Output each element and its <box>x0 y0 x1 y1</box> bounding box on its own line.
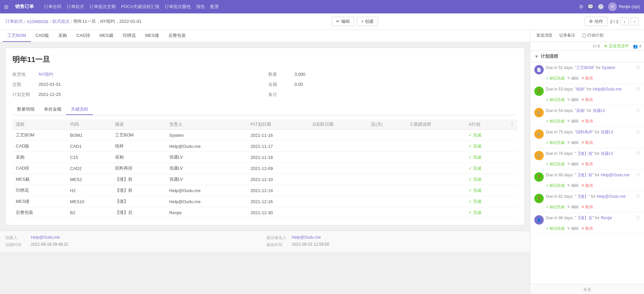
cell-action: ✓ 完成 <box>465 207 506 218</box>
remark-row: 备注 <box>268 92 518 98</box>
cell-plan-date: 2021-11-16 <box>247 130 309 141</box>
rph-tab-record-note[interactable]: 记录备注 <box>556 30 579 42</box>
ci-check-action[interactable]: ✓ 标记完成 <box>546 162 565 167</box>
cell-more[interactable] <box>506 141 518 152</box>
cell-more[interactable] <box>506 174 518 185</box>
clock-icon[interactable]: 🕐 <box>598 4 604 10</box>
nav-link-contract[interactable]: 订单合同 <box>44 4 61 10</box>
user-badge[interactable]: R Renjie (ziyi) <box>608 2 640 11</box>
ci-edit-action[interactable]: ✎ 编辑 <box>567 183 579 188</box>
prev-page-button[interactable]: ‹ <box>621 17 629 25</box>
next-page-button[interactable]: › <box>631 17 639 25</box>
ci-cancel-action[interactable]: ✕ 取消 <box>581 162 593 167</box>
ci-check-action[interactable]: ✓ 标记完成 <box>546 97 565 102</box>
nav-link-batch-delivery[interactable]: 订单批次交期 <box>90 4 116 10</box>
cell-code: MES10 <box>67 196 112 207</box>
edit-button[interactable]: ✏ 编辑 <box>332 17 354 26</box>
subtab-qty-detail[interactable]: 数量明细 <box>12 104 39 115</box>
subtab-unit-price[interactable]: 单价金额 <box>39 104 66 115</box>
ci-cancel-action[interactable]: ✕ 取消 <box>581 97 593 102</box>
tab-caigou[interactable]: 采购 <box>54 30 72 42</box>
checklists-header[interactable]: ▼ 计划流程 <box>530 51 644 62</box>
cell-code: MES2 <box>67 174 112 185</box>
ci-cancel-action[interactable]: ✕ 取消 <box>581 183 593 188</box>
settings-icon[interactable]: ⚙ <box>579 4 583 10</box>
ci-check-action[interactable]: ✓ 标记完成 <box>546 119 565 124</box>
modify-time-value: 2021-09-25 12:59:56 <box>292 242 329 248</box>
ci-edit-action[interactable]: ✎ 编辑 <box>567 226 579 231</box>
ci-check-action[interactable]: ✓ 标记完成 <box>546 140 565 145</box>
follower-badge[interactable]: 👥 4 <box>633 44 641 49</box>
tab-yin-xiu[interactable]: 印绣花 <box>118 30 141 42</box>
ci-check-action[interactable]: ✓ 标记完成 <box>546 226 565 231</box>
ci-info-icon[interactable]: ⓘ <box>636 129 640 134</box>
ci-cancel-action[interactable]: ✕ 取消 <box>581 119 593 124</box>
nav-link-report[interactable]: 报告 <box>196 4 205 10</box>
nav-link-config[interactable]: 配置 <box>210 4 219 10</box>
cell-more[interactable] <box>506 207 518 218</box>
subtab-key-process[interactable]: 关键流程 <box>66 104 93 115</box>
rph-tab-action-plan[interactable]: ◯ 行动计划 <box>579 30 607 42</box>
ci-check-action[interactable]: ✓ 标记完成 <box>546 183 565 188</box>
follow-badge[interactable]: 👁 正在关注中 <box>604 43 629 49</box>
ci-info-icon[interactable]: ⓘ <box>636 65 640 70</box>
nav-link-pdca[interactable]: PDCA关键流程汇报 <box>121 4 159 10</box>
ci-check-action[interactable]: ✓ 标记完成 <box>546 204 565 210</box>
ci-info-icon[interactable]: ⓘ <box>636 172 640 177</box>
tab-cad-pai[interactable]: CAD排 <box>72 30 95 42</box>
ci-check-action[interactable]: ✓ 标记完成 <box>546 76 565 81</box>
cell-process: 后整包装 <box>12 207 67 218</box>
ci-edit-action[interactable]: ✎ 编辑 <box>567 140 579 145</box>
tab-hou-zheng[interactable]: 后整包装 <box>164 30 191 42</box>
cell-more[interactable] <box>506 196 518 207</box>
rph-tab-send-msg[interactable]: 发送消息 <box>533 30 556 42</box>
ci-cancel-action[interactable]: ✕ 取消 <box>581 76 593 81</box>
nav-link-batch-color[interactable]: 订单批次颜色 <box>165 4 191 10</box>
tab-mes-feng[interactable]: MES缝 <box>141 30 164 42</box>
modifier-value: Help@Oudu.me <box>292 235 321 241</box>
ci-info-icon[interactable]: ⓘ <box>636 151 640 156</box>
ci-edit-action[interactable]: ✎ 编辑 <box>567 76 579 81</box>
action-button[interactable]: ⚙ 动作 <box>585 17 607 26</box>
ci-cancel-action[interactable]: ✕ 取消 <box>581 226 593 231</box>
cell-more[interactable] <box>506 185 518 196</box>
checklist-item: 🛒 Due in 76 days: "【缝】前" for 张露LV ⓘ ✓ 标记… <box>530 148 644 170</box>
ci-info-icon[interactable]: ⓘ <box>636 86 640 92</box>
ci-edit-action[interactable]: ✎ 编辑 <box>567 119 579 124</box>
create-button[interactable]: + 创建 <box>357 17 378 26</box>
grid-icon[interactable]: ⊞ <box>4 4 8 10</box>
ci-edit-action[interactable]: ✎ 编辑 <box>567 162 579 167</box>
ci-edit-action[interactable]: ✎ 编辑 <box>567 97 579 102</box>
breadcrumb-id[interactable]: A10MB008 <box>27 19 48 24</box>
ci-avatar: 🛒 <box>534 108 544 117</box>
cell-reason <box>407 196 465 207</box>
ci-info-icon[interactable]: ⓘ <box>636 215 640 220</box>
cell-action: ✓ 完成 <box>465 130 506 141</box>
chat-icon[interactable]: 💬 <box>587 4 594 10</box>
today-label: 今天 <box>530 284 644 294</box>
tag-badge[interactable]: 🏷 0 <box>593 44 600 49</box>
cell-code: CAD1 <box>67 141 112 152</box>
cell-actual-date <box>309 174 368 185</box>
modify-time-label: 修改时间 <box>266 242 290 248</box>
col-desc: 描述 <box>112 119 166 130</box>
breadcrumb-style[interactable]: 订单款式 <box>5 18 23 24</box>
tab-mes-cai[interactable]: MES裁 <box>95 30 118 42</box>
ci-actions: ✓ 标记完成 ✎ 编辑 ✕ 取消 <box>546 226 640 231</box>
ci-edit-action[interactable]: ✎ 编辑 <box>567 204 579 210</box>
ci-info-icon[interactable]: ⓘ <box>636 194 640 199</box>
tab-cad-ban[interactable]: CAD版 <box>31 30 54 42</box>
tab-gongyi-bom[interactable]: 工艺BOM <box>3 30 31 42</box>
cell-code: H2 <box>67 185 112 196</box>
cell-more[interactable] <box>506 152 518 163</box>
ci-cancel-action[interactable]: ✕ 取消 <box>581 140 593 145</box>
cell-more[interactable] <box>506 163 518 174</box>
cell-more[interactable] <box>506 130 518 141</box>
ci-cancel-action[interactable]: ✕ 取消 <box>581 204 593 210</box>
ci-info-icon[interactable]: ⓘ <box>636 108 640 113</box>
breadcrumb-batch[interactable]: 款式批次 <box>52 18 70 24</box>
ci-avatar: 🛒 <box>534 129 544 139</box>
receive-addr-value[interactable]: NY组约 <box>39 71 53 77</box>
ci-actions: ✓ 标记完成 ✎ 编辑 ✕ 取消 <box>546 97 640 102</box>
nav-link-style[interactable]: 订单款式 <box>67 4 84 10</box>
